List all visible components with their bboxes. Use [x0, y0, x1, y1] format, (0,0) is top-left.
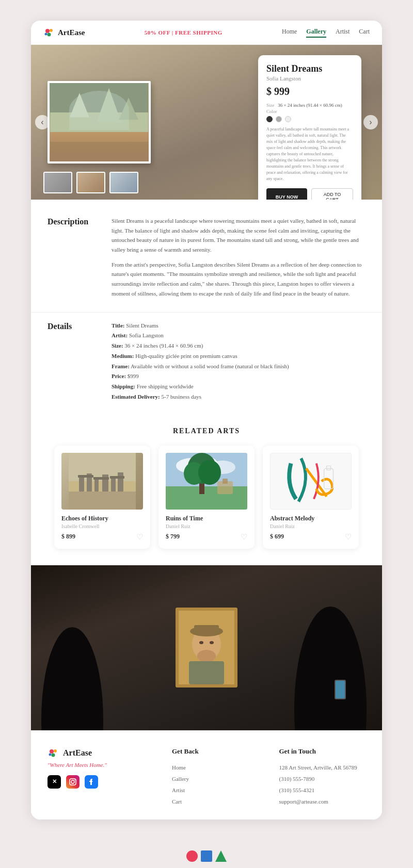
svg-rect-23 [110, 476, 124, 479]
footer-contact-title: Get in Touch [279, 747, 366, 756]
svg-rect-11 [50, 142, 148, 161]
thumb-3[interactable] [109, 172, 138, 193]
svg-point-47 [50, 749, 54, 754]
thumb-1[interactable] [43, 172, 72, 193]
footer-link-gallery[interactable]: Gallery [172, 773, 259, 784]
description-section: Description Silent Dreams is a peaceful … [31, 200, 382, 313]
detail-frame: Frame: Available with or without a solid… [112, 362, 289, 372]
details-section: Details Title: Silent Dreams Artist: Sof… [31, 313, 382, 417]
heart-btn-3[interactable]: ♡ [345, 532, 352, 542]
phone-holder [335, 680, 346, 699]
echoes-painting [69, 453, 136, 510]
nav-gallery[interactable]: Gallery [306, 28, 326, 38]
hero-next-btn[interactable]: › [363, 115, 378, 129]
related-art-title-3: Abstract Melody [270, 515, 352, 522]
social-instagram-btn[interactable] [66, 775, 80, 789]
related-art-price-2: $ 799 [166, 533, 180, 541]
svg-point-49 [52, 753, 55, 757]
bottom-triangle [215, 850, 227, 862]
related-art-price-3: $ 699 [270, 533, 284, 541]
footer-links: Home Gallery Artist Cart [172, 762, 259, 807]
svg-rect-51 [70, 779, 76, 785]
color-label: Color [266, 109, 353, 114]
nav-home[interactable]: Home [282, 28, 297, 38]
footer-contact-info: 128 Art Street, Artville, AR 56789 (310)… [279, 762, 366, 807]
social-x-btn[interactable]: ✕ [47, 775, 61, 789]
related-art-footer-1: $ 899 ♡ [61, 532, 143, 542]
detail-artist: Artist: Sofia Langston [112, 331, 289, 341]
page-wrapper: ArtEase 50% OFF | FREE SHIPPING Home Gal… [31, 21, 382, 820]
footer-phone1: (310) 555-7890 [279, 773, 366, 784]
related-art-footer-3: $ 699 ♡ [270, 532, 352, 542]
related-img-3 [270, 453, 352, 510]
related-arts-grid: Echoes of History Isabelle Cromwell $ 89… [43, 446, 370, 549]
hero-product-card: Silent Dreams Sofia Langston $ 999 Size … [258, 55, 361, 200]
footer-logo-icon [47, 747, 59, 759]
detail-title: Title: Silent Dreams [112, 321, 289, 331]
related-art-artist-2: Daniel Ruiz [166, 523, 247, 529]
nav-cart[interactable]: Cart [359, 28, 370, 38]
svg-rect-18 [102, 474, 108, 492]
desc-para-1: Silent Dreams is a peaceful landscape wh… [112, 216, 366, 255]
silhouette-left [41, 627, 103, 730]
gallery-painting-inner [179, 611, 234, 684]
footer-link-cart[interactable]: Cart [172, 796, 259, 807]
detail-price: Price: $999 [112, 371, 289, 382]
related-art-title-1: Echoes of History [61, 515, 143, 522]
hero-bg: ‹ › [31, 45, 382, 200]
svg-rect-25 [166, 484, 247, 510]
gallery-painting-frame [176, 608, 237, 687]
footer-link-home[interactable]: Home [172, 762, 259, 773]
hero-card-desc: A peaceful landscape where tall mountain… [266, 126, 353, 182]
related-arts-section: RELATED ARTS [31, 417, 382, 565]
silhouette-right [294, 607, 367, 730]
footer-get-in-touch: Get in Touch 128 Art Street, Artville, A… [279, 747, 366, 807]
desc-para-2: From the artist's perspective, Sofia Lan… [112, 260, 366, 299]
thumb-2[interactable] [76, 172, 105, 193]
related-img-1 [61, 453, 143, 510]
add-to-cart-btn[interactable]: ADD TO CART [311, 188, 353, 200]
nav-artist[interactable]: Artist [336, 28, 350, 38]
navbar-logo[interactable]: ArtEase [43, 27, 85, 38]
svg-rect-17 [94, 479, 99, 492]
related-card-2[interactable]: Ruins of Time Daniel Ruiz $ 799 ♡ [158, 446, 255, 549]
svg-point-48 [54, 749, 57, 752]
detail-delivery: Estimated Delivery: 5-7 business days [112, 392, 289, 402]
heart-btn-1[interactable]: ♡ [136, 532, 143, 542]
svg-rect-20 [118, 472, 123, 492]
svg-rect-15 [79, 476, 84, 492]
social-facebook-btn[interactable] [85, 775, 98, 789]
hero-card-title: Silent Dreams [266, 63, 353, 74]
svg-rect-21 [78, 475, 93, 478]
related-art-footer-2: $ 799 ♡ [166, 532, 247, 542]
svg-point-3 [45, 33, 47, 36]
color-dark[interactable] [266, 116, 273, 122]
svg-point-53 [74, 780, 75, 781]
navbar: ArtEase 50% OFF | FREE SHIPPING Home Gal… [31, 21, 382, 45]
svg-rect-36 [271, 453, 351, 510]
abstract-painting [271, 453, 351, 510]
related-arts-title: RELATED ARTS [43, 427, 370, 435]
svg-point-52 [71, 780, 74, 783]
detail-size: Size: 36 × 24 inches (91.44 × 60.96 cm) [112, 341, 289, 351]
color-light[interactable] [285, 116, 291, 122]
related-card-1[interactable]: Echoes of History Isabelle Cromwell $ 89… [54, 446, 150, 549]
details-list: Title: Silent Dreams Artist: Sofia Langs… [112, 321, 289, 402]
buy-now-btn[interactable]: BUY NOW [266, 188, 307, 200]
phone-screen [336, 681, 345, 698]
color-gray[interactable] [276, 116, 282, 122]
svg-point-45 [199, 641, 203, 644]
hero-thumbnails [43, 172, 138, 193]
svg-rect-22 [93, 477, 109, 480]
navbar-promo: 50% OFF | FREE SHIPPING [145, 29, 223, 36]
heart-btn-2[interactable]: ♡ [241, 532, 247, 542]
details-label: Details [47, 321, 99, 402]
related-card-3[interactable]: Abstract Melody Daniel Ruiz $ 699 ♡ [263, 446, 359, 549]
svg-point-1 [50, 29, 53, 32]
hero-card-artist: Sofia Langston [266, 75, 353, 81]
footer: ArtEase "Where Art Meets Home." ✕ Get Ba… [31, 730, 382, 820]
artease-logo-icon [43, 27, 55, 38]
footer-link-artist[interactable]: Artist [172, 784, 259, 796]
hero-section: ‹ › [31, 45, 382, 200]
hero-card-options: Size 36 × 24 inches (91.44 × 60.96 cm) C… [266, 103, 353, 122]
